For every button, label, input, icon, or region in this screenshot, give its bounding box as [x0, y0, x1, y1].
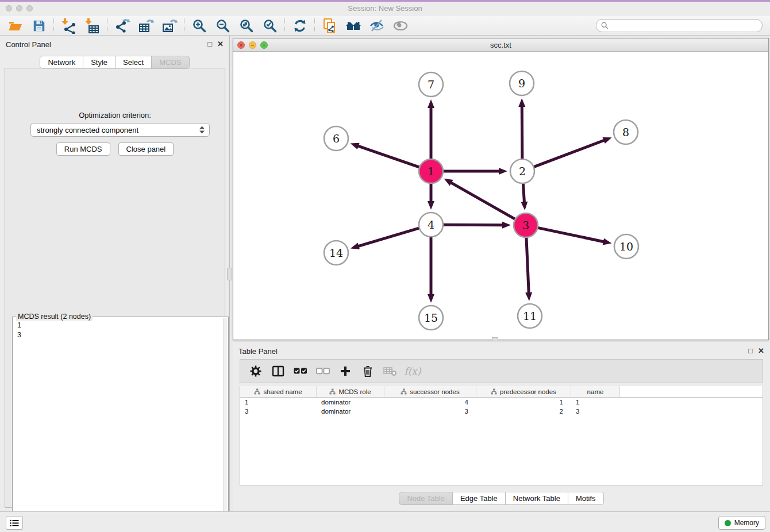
import-network-button[interactable] — [57, 17, 80, 34]
column-label: shared name — [263, 388, 302, 395]
tab-network[interactable]: Network — [40, 56, 83, 69]
gear-icon — [250, 365, 261, 377]
export-image-icon — [161, 18, 178, 34]
select-all-button[interactable] — [293, 364, 308, 379]
tab-mcds[interactable]: MCDS — [152, 56, 189, 69]
graph-edge-arrowhead — [351, 143, 360, 149]
column-header-shared-name[interactable]: shared name — [240, 386, 317, 397]
memory-label: Memory — [734, 519, 759, 527]
vertical-splitter-handle[interactable] — [227, 268, 232, 280]
graph-edge-2-3[interactable] — [523, 183, 524, 203]
graph-node-label: 15 — [424, 311, 438, 324]
graph-edge-4-14[interactable] — [357, 228, 419, 246]
mcds-result-box: MCDS result (2 nodes) 1 3 — [12, 317, 229, 532]
memory-button[interactable]: Memory — [718, 516, 765, 530]
export-image-button[interactable] — [157, 17, 181, 34]
select-all-icon — [294, 368, 307, 375]
graph-node-label: 9 — [518, 77, 525, 90]
column-header-predecessor-nodes[interactable]: predecessor nodes — [476, 386, 571, 397]
hierarchy-icon — [401, 388, 407, 395]
horizontal-splitter-handle[interactable] — [492, 337, 498, 341]
close-panel-icon[interactable]: ✕ — [758, 346, 764, 355]
optimization-criterion-select[interactable]: strongly connected component — [30, 123, 210, 137]
graph-edge-1-6[interactable] — [357, 146, 419, 167]
table-panel-title: Table Panel — [238, 347, 278, 356]
graph-edge-2-8[interactable] — [534, 140, 605, 167]
apply-layout-button[interactable] — [288, 17, 311, 34]
first-neighbors-button[interactable] — [341, 17, 365, 34]
float-panel-icon[interactable]: □ — [207, 40, 212, 48]
graph-edge-arrowhead — [518, 98, 525, 107]
table-settings-button[interactable] — [248, 364, 263, 379]
open-file-button[interactable] — [3, 17, 27, 34]
column-panes-icon — [272, 365, 284, 377]
graph-edge-2-9[interactable] — [522, 106, 522, 159]
cell-predecessor-nodes: 2 — [476, 407, 571, 417]
function-builder-button[interactable]: f(x) — [405, 364, 420, 379]
mcds-panel-body: Optimization criterion: strongly connect… — [5, 68, 225, 508]
delete-column-button[interactable] — [383, 364, 398, 379]
optimization-criterion-value: strongly connected component — [37, 126, 198, 134]
tab-motifs[interactable]: Motifs — [568, 492, 604, 505]
zoom-selected-button[interactable] — [258, 17, 282, 34]
save-session-button[interactable] — [27, 17, 51, 34]
tab-network-table[interactable]: Network Table — [506, 492, 568, 505]
tab-edge-table[interactable]: Edge Table — [453, 492, 506, 505]
graph-node-label: 3 — [522, 219, 529, 232]
delete-button[interactable] — [360, 364, 375, 379]
zoom-fit-button[interactable] — [234, 17, 258, 34]
result-scrollbar[interactable] — [223, 318, 227, 532]
network-view-window: × − + scc.txt 7968124314101511 — [233, 38, 769, 340]
close-panel-icon[interactable]: ✕ — [217, 40, 224, 48]
network-window-titlebar[interactable]: × − + scc.txt — [233, 38, 768, 52]
table-row[interactable]: 1 dominator 4 1 1 — [240, 398, 763, 407]
hide-selected-icon — [369, 18, 385, 33]
graph-node-label: 11 — [523, 310, 537, 322]
mcds-result-list[interactable]: 1 3 — [15, 321, 221, 532]
hide-selected-button[interactable] — [365, 17, 388, 34]
import-table-button[interactable] — [80, 17, 104, 34]
export-table-button[interactable] — [134, 17, 157, 34]
clone-network-button[interactable] — [318, 17, 341, 34]
graph-edge-3-11[interactable] — [526, 237, 529, 294]
deselect-all-button[interactable] — [315, 364, 330, 379]
hierarchy-icon — [491, 388, 497, 395]
cell-name: 1 — [571, 398, 620, 407]
graph-node-label: 4 — [428, 218, 434, 231]
list-icon — [10, 519, 19, 527]
run-mcds-button[interactable]: Run MCDS — [56, 142, 110, 156]
column-header-mcds-role[interactable]: MCDS role — [317, 386, 384, 397]
table-row[interactable]: 3 dominator 3 2 3 — [240, 407, 763, 417]
column-panes-button[interactable] — [271, 364, 286, 379]
select-stepper-icon — [198, 125, 206, 134]
column-label: predecessor nodes — [500, 388, 556, 395]
search-box — [596, 19, 763, 32]
graph-node-label: 8 — [622, 126, 629, 138]
show-all-icon — [392, 19, 409, 33]
tab-node-table[interactable]: Node Table — [399, 492, 453, 505]
import-network-icon — [61, 18, 77, 34]
graph-edge-3-1[interactable] — [451, 182, 515, 219]
column-header-successor-nodes[interactable]: successor nodes — [384, 386, 476, 397]
search-input[interactable] — [611, 22, 757, 30]
add-column-button[interactable] — [338, 364, 353, 379]
graph-edge-arrowhead — [428, 294, 434, 303]
export-network-button[interactable] — [110, 17, 134, 34]
network-canvas[interactable]: 7968124314101511 — [233, 52, 768, 340]
zoom-out-button[interactable] — [211, 17, 234, 34]
graph-edge-arrowhead — [499, 168, 507, 175]
column-header-name[interactable]: name — [571, 386, 620, 397]
zoom-in-button[interactable] — [187, 17, 211, 34]
close-panel-button[interactable]: Close panel — [118, 142, 174, 156]
graph-edge-4-3[interactable] — [443, 225, 503, 225]
graph-edge-3-10[interactable] — [538, 228, 605, 242]
cell-mcds-role: dominator — [317, 407, 384, 417]
tab-style[interactable]: Style — [83, 56, 116, 69]
node-table: shared name MCDS role successor nodes pr… — [240, 386, 763, 485]
task-history-button[interactable] — [6, 516, 23, 530]
show-all-button[interactable] — [388, 17, 412, 34]
mcds-result-line: 1 — [17, 321, 221, 330]
tab-select[interactable]: Select — [116, 56, 152, 69]
float-panel-icon[interactable]: □ — [748, 346, 753, 355]
cell-predecessor-nodes: 1 — [476, 398, 571, 407]
